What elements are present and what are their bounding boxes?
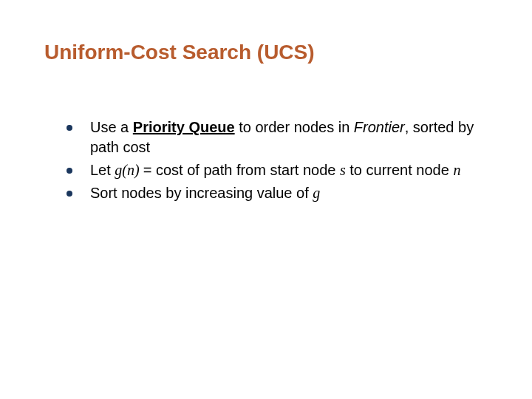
text-span: Sort nodes by increasing value of [90,185,313,201]
text-span: = cost of path from start node [143,162,340,178]
text-span: to order nodes in [235,119,354,135]
text-span: to current node [346,162,454,178]
italic-span: Frontier [354,119,405,135]
bullet-text: Use a Priority Queue to order nodes in F… [90,117,488,157]
math-span: s [340,162,346,178]
bullet-list: Use a Priority Queue to order nodes in F… [44,117,488,203]
math-span: g [313,185,320,201]
list-item: Let g(n) = cost of path from start node … [66,160,488,180]
math-span: n [453,162,460,178]
bullet-icon [66,125,72,131]
text-span: Let [90,162,115,178]
list-item: Use a Priority Queue to order nodes in F… [66,117,488,157]
slide-title: Uniform-Cost Search (UCS) [44,41,488,64]
bold-underline-span: Priority Queue [133,119,235,135]
math-span: n [127,162,134,178]
math-span: g [115,162,122,178]
bullet-icon [66,168,72,174]
bullet-text: Let g(n) = cost of path from start node … [90,160,488,180]
math-span: ) [134,162,143,178]
list-item: Sort nodes by increasing value of g [66,183,488,203]
bullet-text: Sort nodes by increasing value of g [90,183,488,203]
bullet-icon [66,191,72,197]
text-span: Use a [90,119,133,135]
